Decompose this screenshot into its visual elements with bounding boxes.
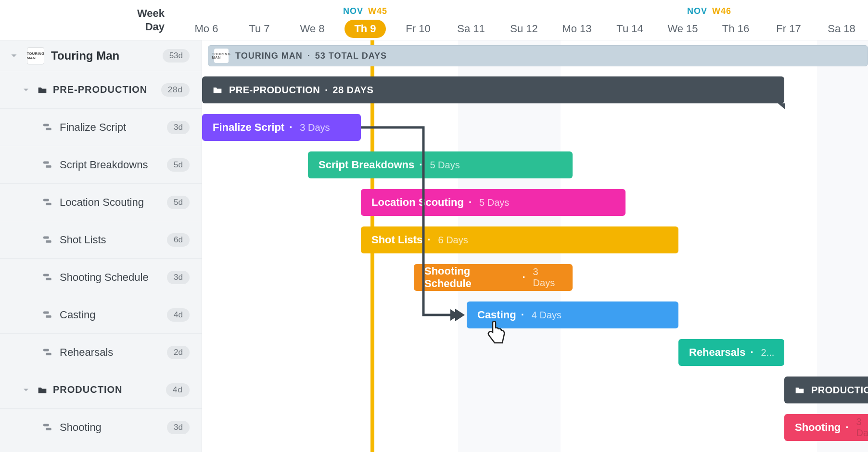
task-icon — [43, 311, 53, 319]
sidebar-task-label: Shot Lists — [60, 234, 106, 246]
svg-rect-10 — [43, 311, 49, 314]
svg-rect-9 — [46, 277, 51, 280]
gantt-task-bar[interactable]: Script Breakdowns·5 Days — [308, 151, 573, 178]
sidebar-task-row[interactable]: Rehearsals 2d — [0, 334, 202, 371]
gantt-group-bar[interactable]: PRODUCTION·4 DAYS — [784, 377, 868, 403]
chevron-down-icon[interactable] — [21, 85, 31, 95]
granularity-labels: Week Day — [0, 0, 180, 40]
sidebar: TOURING MAN Touring Man 53d PRE-PRODUCTI… — [0, 40, 202, 452]
gantt-group-bar[interactable]: PRE-PRODUCTION·28 DAYS — [202, 76, 784, 103]
day-cell[interactable]: Th 9 — [339, 20, 392, 38]
project-name: Touring Man — [51, 49, 119, 63]
sidebar-task-row[interactable]: Shooting Schedule 3d — [0, 259, 202, 296]
sidebar-group-row[interactable]: PRODUCTION 4d — [0, 371, 202, 409]
day-cell[interactable]: Sa 18 — [815, 23, 868, 35]
task-icon — [43, 236, 53, 244]
task-icon — [43, 424, 53, 431]
task-duration-badge: 3d — [167, 271, 190, 284]
gantt-task-bar[interactable]: Location Scouting·5 Days — [361, 189, 625, 216]
sidebar-task-row[interactable]: Casting 4d — [0, 296, 202, 334]
sidebar-task-label: Shooting Schedule — [60, 271, 149, 284]
project-thumbnail: TOURING MAN — [27, 47, 44, 64]
task-duration-badge: 4d — [167, 308, 190, 322]
granularity-week-label: Week — [137, 7, 165, 20]
day-cell[interactable]: Tu 7 — [233, 23, 286, 35]
svg-rect-0 — [43, 124, 49, 126]
day-cell[interactable]: We 15 — [656, 23, 709, 35]
sidebar-group-label: PRE-PRODUCTION — [53, 84, 147, 95]
day-cell[interactable]: Fr 17 — [762, 23, 815, 35]
project-duration-badge: 53d — [163, 49, 190, 63]
task-duration-badge: 3d — [167, 421, 190, 434]
task-icon — [43, 124, 53, 131]
gantt-task-bar[interactable]: Shooting Schedule·3 Days — [414, 264, 573, 291]
sidebar-task-row[interactable]: Script Breakdowns 5d — [0, 146, 202, 184]
gantt-task-bar[interactable]: Shooting·3 Days — [784, 414, 868, 441]
folder-icon — [213, 86, 222, 94]
sidebar-task-label: Script Breakdowns — [60, 159, 148, 171]
chevron-down-icon[interactable] — [9, 50, 19, 61]
folder-icon — [38, 386, 47, 394]
task-icon — [43, 349, 53, 356]
svg-rect-2 — [43, 161, 49, 163]
group-duration-badge: 28d — [161, 83, 190, 97]
task-duration-badge: 3d — [167, 121, 190, 134]
gantt-chart[interactable]: TOURING MAN TOURING MAN·53 TOTAL DAYS PR… — [202, 40, 868, 452]
sidebar-task-label: Casting — [60, 309, 96, 321]
timeline-header: Week Day NOVW45NOVW46 Mo 6Tu 7We 8Th 9Fr… — [0, 0, 868, 40]
sidebar-task-label: Shooting — [60, 421, 102, 434]
gantt-task-bar[interactable]: Shot Lists·6 Days — [361, 226, 678, 253]
task-duration-badge: 5d — [167, 196, 190, 209]
day-cell[interactable]: Tu 14 — [603, 23, 656, 35]
sidebar-task-label: Finalize Script — [60, 121, 126, 134]
svg-rect-14 — [43, 424, 49, 426]
week-label: NOVW45 — [180, 5, 550, 18]
day-cell[interactable]: Su 12 — [498, 23, 550, 35]
sidebar-task-row[interactable]: Location Scouting 5d — [0, 184, 202, 221]
day-cell[interactable]: We 8 — [286, 23, 339, 35]
cursor-icon — [486, 321, 507, 342]
svg-rect-15 — [46, 427, 51, 430]
task-duration-badge: 6d — [167, 233, 190, 247]
task-duration-badge: 2d — [167, 346, 190, 359]
day-cell[interactable]: Mo 13 — [550, 23, 603, 35]
sidebar-task-label: Rehearsals — [60, 346, 113, 359]
svg-rect-4 — [43, 199, 49, 201]
folder-icon — [38, 86, 47, 94]
task-icon — [43, 199, 53, 206]
task-icon — [43, 274, 53, 281]
day-cell[interactable]: Fr 10 — [392, 23, 445, 35]
sidebar-task-row[interactable]: Finalize Script 3d — [0, 109, 202, 146]
sidebar-project-row[interactable]: TOURING MAN Touring Man 53d — [0, 40, 202, 71]
group-duration-badge: 4d — [166, 383, 190, 397]
gantt-task-bar[interactable]: Finalize Script·3 Days — [202, 114, 361, 141]
gantt-task-bar[interactable]: Rehearsals·2... — [678, 339, 784, 366]
day-cell[interactable]: Th 16 — [709, 23, 762, 35]
sidebar-group-label: PRODUCTION — [53, 384, 122, 395]
sidebar-task-row[interactable]: Shot Lists 6d — [0, 221, 202, 259]
day-cell[interactable]: Mo 6 — [180, 23, 233, 35]
svg-rect-7 — [46, 240, 51, 242]
days-row: Mo 6Tu 7We 8Th 9Fr 10Sa 11Su 12Mo 13Tu 1… — [180, 18, 868, 40]
day-cell[interactable]: Sa 11 — [445, 23, 498, 35]
folder-icon — [795, 386, 804, 394]
sidebar-group-row[interactable]: PRE-PRODUCTION 28d — [0, 71, 202, 109]
week-label: NOVW46 — [550, 5, 868, 18]
task-duration-badge: 5d — [167, 158, 190, 172]
task-icon — [43, 161, 53, 169]
svg-rect-5 — [46, 202, 51, 205]
svg-rect-12 — [43, 349, 49, 351]
svg-rect-13 — [46, 352, 51, 355]
svg-rect-11 — [46, 315, 51, 317]
chevron-down-icon[interactable] — [21, 385, 31, 395]
svg-rect-3 — [46, 165, 51, 167]
weeks-row: NOVW45NOVW46 — [180, 5, 868, 18]
sidebar-task-label: Location Scouting — [60, 196, 144, 209]
gantt-project-summary[interactable]: TOURING MAN TOURING MAN·53 TOTAL DAYS — [208, 45, 868, 66]
svg-rect-8 — [43, 274, 49, 276]
svg-rect-6 — [43, 236, 49, 239]
svg-rect-1 — [46, 127, 51, 130]
sidebar-task-row[interactable]: Shooting 3d — [0, 409, 202, 446]
granularity-day-label: Day — [145, 20, 165, 34]
